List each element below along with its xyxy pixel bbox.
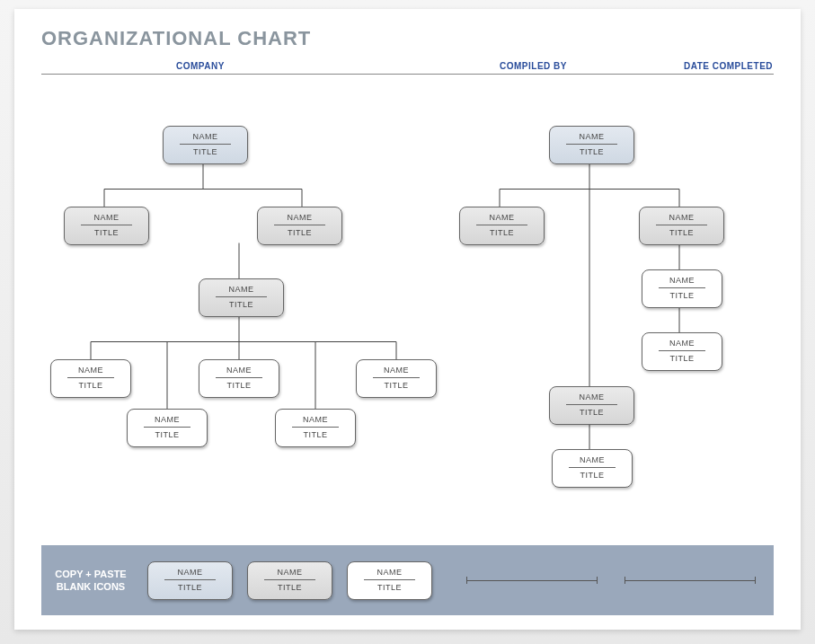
palette-node-blue[interactable]: NAME TITLE bbox=[147, 561, 233, 600]
org-chart-canvas: NAME TITLE NAME TITLE NAME TITLE NAME TI… bbox=[14, 90, 801, 531]
node-name: NAME bbox=[373, 366, 420, 378]
node-title: TITLE bbox=[152, 583, 228, 592]
header-compiled-by: COMPILED BY bbox=[500, 61, 567, 71]
node-title: TITLE bbox=[646, 354, 718, 363]
right-root-node[interactable]: NAME TITLE bbox=[549, 126, 634, 164]
palette-connector-samples bbox=[466, 580, 756, 581]
node-name: NAME bbox=[566, 132, 617, 145]
node-title: TITLE bbox=[464, 228, 540, 237]
node-title: TITLE bbox=[68, 228, 145, 237]
node-name: NAME bbox=[264, 568, 315, 580]
node-title: TITLE bbox=[203, 381, 275, 390]
right-mid-node[interactable]: NAME TITLE bbox=[549, 386, 634, 425]
palette-node-gray[interactable]: NAME TITLE bbox=[247, 561, 332, 600]
node-name: NAME bbox=[569, 455, 616, 468]
node-name: NAME bbox=[67, 366, 114, 378]
right-chain-node-1[interactable]: NAME TITLE bbox=[642, 269, 722, 308]
node-title: TITLE bbox=[351, 583, 428, 592]
node-title: TITLE bbox=[203, 300, 279, 309]
palette-label-line1: COPY + PASTE bbox=[55, 569, 126, 579]
node-name: NAME bbox=[144, 415, 190, 428]
right-l2-node-2[interactable]: NAME TITLE bbox=[639, 207, 724, 245]
document-page: ORGANIZATIONAL CHART COMPANY COMPILED BY… bbox=[14, 9, 801, 630]
left-l4b-node-2[interactable]: NAME TITLE bbox=[275, 409, 356, 447]
left-l4b-node-1[interactable]: NAME TITLE bbox=[127, 409, 208, 447]
node-title: TITLE bbox=[167, 147, 244, 156]
header-company: COMPANY bbox=[176, 61, 225, 71]
right-chain-node-2[interactable]: NAME TITLE bbox=[642, 332, 722, 371]
left-l3-node[interactable]: NAME TITLE bbox=[199, 278, 284, 317]
node-name: NAME bbox=[274, 213, 325, 225]
node-title: TITLE bbox=[554, 408, 630, 417]
left-root-node[interactable]: NAME TITLE bbox=[163, 126, 248, 164]
node-title: TITLE bbox=[261, 228, 338, 237]
left-l4a-node-2[interactable]: NAME TITLE bbox=[199, 359, 279, 398]
node-name: NAME bbox=[164, 568, 216, 580]
node-title: TITLE bbox=[55, 381, 127, 390]
node-name: NAME bbox=[81, 213, 132, 225]
connector-lines bbox=[14, 90, 801, 531]
node-name: NAME bbox=[656, 213, 707, 225]
node-title: TITLE bbox=[131, 430, 203, 439]
header-date-completed: DATE COMPLETED bbox=[684, 61, 773, 71]
palette-node-white[interactable]: NAME TITLE bbox=[347, 561, 432, 600]
palette-label: COPY + PASTE BLANK ICONS bbox=[41, 568, 140, 594]
node-title: TITLE bbox=[556, 471, 628, 480]
node-name: NAME bbox=[364, 568, 415, 580]
left-l2-node-2[interactable]: NAME TITLE bbox=[257, 207, 342, 245]
left-l4a-node-3[interactable]: NAME TITLE bbox=[356, 359, 437, 398]
palette-footer: COPY + PASTE BLANK ICONS NAME TITLE NAME… bbox=[41, 545, 774, 615]
node-title: TITLE bbox=[279, 430, 351, 439]
node-title: TITLE bbox=[646, 291, 718, 300]
header-divider bbox=[41, 74, 774, 75]
left-l4a-node-1[interactable]: NAME TITLE bbox=[50, 359, 131, 398]
right-bottom-node[interactable]: NAME TITLE bbox=[552, 449, 633, 488]
node-name: NAME bbox=[476, 213, 527, 225]
node-name: NAME bbox=[292, 415, 339, 428]
node-name: NAME bbox=[659, 339, 705, 351]
node-name: NAME bbox=[216, 285, 267, 297]
right-l2-node-1[interactable]: NAME TITLE bbox=[459, 207, 545, 245]
node-name: NAME bbox=[659, 276, 705, 288]
node-title: TITLE bbox=[252, 583, 328, 592]
node-title: TITLE bbox=[360, 381, 432, 390]
node-title: TITLE bbox=[554, 147, 630, 156]
node-name: NAME bbox=[566, 393, 617, 405]
node-name: NAME bbox=[216, 366, 262, 378]
node-title: TITLE bbox=[643, 228, 720, 237]
left-l2-node-1[interactable]: NAME TITLE bbox=[64, 207, 149, 245]
page-title: ORGANIZATIONAL CHART bbox=[41, 27, 311, 50]
node-name: NAME bbox=[180, 132, 231, 145]
connector-sample[interactable] bbox=[625, 580, 756, 581]
connector-sample[interactable] bbox=[466, 580, 598, 581]
palette-label-line2: BLANK ICONS bbox=[57, 581, 125, 592]
